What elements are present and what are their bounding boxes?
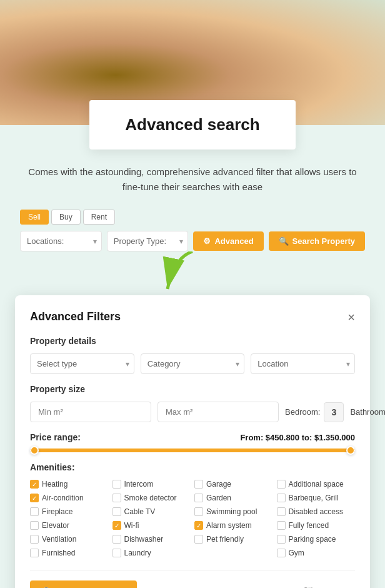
property-size-label: Property size — [30, 384, 355, 394]
amenity-label: Gym — [289, 549, 304, 557]
amenity-item[interactable]: ✓Air-condition — [30, 494, 109, 502]
select-type-field[interactable]: Select type — [30, 353, 134, 374]
amenity-item[interactable]: Cable TV — [112, 507, 191, 516]
amenity-checkbox[interactable] — [112, 494, 121, 502]
amenity-item[interactable]: Intercom — [112, 480, 191, 489]
amenity-checkbox[interactable]: ✓ — [194, 521, 203, 530]
amenity-checkbox[interactable] — [194, 535, 203, 544]
amenity-label: Parking space — [289, 535, 336, 544]
size-row: Bedroom: 3 Bathroom: 1 — [30, 402, 355, 422]
amenity-checkbox[interactable] — [277, 480, 286, 489]
search-main-button[interactable]: 🔍 Search Property — [30, 580, 137, 588]
amenity-checkbox[interactable] — [277, 535, 286, 544]
search-icon: 🔍 — [279, 236, 289, 246]
modal-footer: 🔍 Search Property ✕ Clear filter 💾 Save … — [30, 570, 355, 588]
amenity-label: Smoke detector — [124, 494, 177, 502]
property-type-wrapper: Property Type: — [107, 231, 189, 251]
price-range-values: From: $450.800 to: $1.350.000 — [240, 433, 355, 442]
filter-icon: ⚙ — [203, 236, 211, 246]
amenity-checkbox[interactable] — [194, 494, 203, 502]
amenity-item[interactable]: Swimming pool — [194, 507, 273, 516]
bedroom-counter: Bedroom: 3 — [285, 402, 344, 422]
amenity-checkbox[interactable] — [30, 535, 39, 544]
price-slider[interactable] — [30, 449, 355, 452]
property-type-select[interactable]: Property Type: — [107, 231, 189, 251]
tab-rent[interactable]: Rent — [83, 210, 115, 225]
amenity-item[interactable]: Fireplace — [30, 507, 109, 516]
amenity-item[interactable]: Barbeque, Grill — [277, 494, 356, 502]
amenity-item[interactable]: Laundry — [112, 549, 191, 557]
amenity-item[interactable]: ✓Wi-fi — [112, 521, 191, 530]
slider-thumb-left[interactable] — [30, 446, 39, 455]
price-range-section: Price range: From: $450.800 to: $1.350.0… — [30, 432, 355, 452]
amenity-checkbox[interactable] — [277, 521, 286, 530]
price-from-value: $450.800 — [266, 433, 302, 442]
amenity-label: Disabled access — [289, 507, 343, 516]
amenity-checkbox[interactable]: ✓ — [30, 480, 39, 489]
amenity-label: Ventilation — [42, 535, 76, 544]
location-wrapper: Location — [251, 353, 355, 374]
locations-select[interactable]: Locations: — [20, 231, 102, 251]
amenity-item[interactable]: Gym — [277, 549, 356, 557]
tab-sell[interactable]: Sell — [20, 210, 49, 225]
amenity-checkbox[interactable] — [194, 480, 203, 489]
amenity-label: Pet friendly — [206, 535, 244, 544]
amenity-checkbox[interactable] — [277, 549, 286, 557]
amenity-item[interactable]: Garage — [194, 480, 273, 489]
amenity-label: Dishwasher — [124, 535, 164, 544]
amenity-label: Fully fenced — [289, 521, 329, 530]
amenity-label: Fireplace — [42, 507, 72, 516]
amenity-label: Intercom — [124, 480, 154, 489]
property-details-row: Select type Category Location — [30, 353, 355, 374]
page-title: Advanced search — [109, 115, 276, 134]
amenity-checkbox[interactable]: ✓ — [30, 494, 39, 502]
amenity-checkbox[interactable] — [30, 549, 39, 557]
amenity-item[interactable]: Smoke detector — [112, 494, 191, 502]
amenity-checkbox[interactable] — [30, 507, 39, 516]
amenity-item[interactable]: Additional space — [277, 480, 356, 489]
amenity-checkbox[interactable] — [194, 507, 203, 516]
price-range-label: Price range: — [30, 432, 81, 442]
amenity-item[interactable]: ✓Alarm system — [194, 521, 273, 530]
amenity-checkbox[interactable]: ✓ — [112, 521, 121, 530]
bedroom-value[interactable]: 3 — [324, 402, 344, 422]
amenity-item[interactable]: Elevator — [30, 521, 109, 530]
location-field[interactable]: Location — [251, 353, 355, 374]
price-to-label: to: — [302, 433, 312, 442]
amenity-item[interactable]: Furnished — [30, 549, 109, 557]
amenity-checkbox[interactable] — [112, 507, 121, 516]
amenity-checkbox[interactable] — [112, 549, 121, 557]
price-header: Price range: From: $450.800 to: $1.350.0… — [30, 432, 355, 442]
close-button[interactable]: × — [348, 311, 355, 323]
amenity-item[interactable]: Pet friendly — [194, 535, 273, 544]
tab-buy[interactable]: Buy — [51, 210, 81, 225]
advanced-button[interactable]: ⚙ Advanced — [193, 231, 263, 251]
amenity-checkbox[interactable] — [112, 535, 121, 544]
modal-title: Advanced Filters — [30, 310, 121, 323]
amenity-item[interactable]: Parking space — [277, 535, 356, 544]
amenity-checkbox[interactable] — [277, 507, 286, 516]
amenity-item[interactable]: Garden — [194, 494, 273, 502]
amenity-item[interactable]: Fully fenced — [277, 521, 356, 530]
amenity-item[interactable]: ✓Heating — [30, 480, 109, 489]
search-property-button[interactable]: 🔍 Search Property — [269, 231, 365, 251]
amenity-checkbox[interactable] — [112, 480, 121, 489]
amenity-label: Barbeque, Grill — [289, 494, 339, 502]
slider-thumb-right[interactable] — [346, 446, 355, 455]
subtitle: Comes with the astounding, comprehensive… — [0, 150, 385, 205]
amenity-item[interactable]: Dishwasher — [112, 535, 191, 544]
slider-track — [30, 449, 355, 452]
category-field[interactable]: Category — [141, 353, 245, 374]
amenities-label: Amenities: — [30, 462, 355, 472]
amenity-item[interactable]: Ventilation — [30, 535, 109, 544]
amenity-item[interactable]: Disabled access — [277, 507, 356, 516]
amenity-label: Cable TV — [124, 507, 156, 516]
amenity-label: Swimming pool — [206, 507, 257, 516]
amenity-checkbox[interactable] — [30, 521, 39, 530]
amenity-checkbox[interactable] — [277, 494, 286, 502]
modal-header: Advanced Filters × — [30, 310, 355, 323]
max-size-input[interactable] — [158, 402, 279, 422]
property-details-section: Property details Select type Category Lo… — [30, 336, 355, 374]
min-size-input[interactable] — [30, 402, 151, 422]
bedroom-label: Bedroom: — [285, 407, 320, 417]
